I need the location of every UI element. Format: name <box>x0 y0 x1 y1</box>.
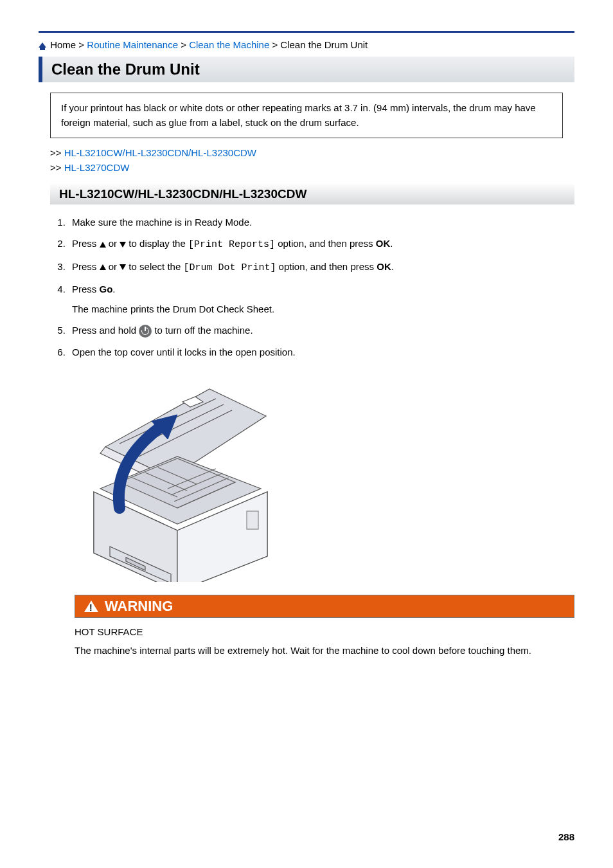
steps-list: Make sure the machine is in Ready Mode. … <box>50 215 574 359</box>
step-2-text-e: . <box>390 238 393 249</box>
step-4: Press Go. The machine prints the Drum Do… <box>68 282 574 317</box>
top-rule <box>39 31 574 33</box>
down-arrow-icon <box>120 242 126 248</box>
breadcrumb-home[interactable]: Home <box>50 39 76 50</box>
step-2-code: [Print Reports] <box>188 239 275 250</box>
step-2-text-b: or <box>106 238 120 249</box>
step-5-text-a: Press and hold <box>72 325 139 336</box>
step-6-text: Open the top cover until it locks in the… <box>72 347 296 357</box>
breadcrumb: Home > Routine Maintenance > Clean the M… <box>39 39 574 50</box>
step-1: Make sure the machine is in Ready Mode. <box>68 215 574 230</box>
warning-bar: WARNING <box>75 595 574 618</box>
link-prefix: >> <box>50 162 64 173</box>
model-link-2[interactable]: HL-L3270CDW <box>64 162 130 173</box>
step-3-text-c: to select the <box>126 261 183 272</box>
step-2: Press or to display the [Print Reports] … <box>68 236 574 252</box>
page-number: 288 <box>558 831 574 842</box>
step-5: Press and hold to turn off the machine. <box>68 323 574 338</box>
up-arrow-icon <box>100 264 106 270</box>
step-4-sub: The machine prints the Drum Dot Check Sh… <box>72 302 574 316</box>
model-link-1[interactable]: HL-L3210CW/HL-L3230CDN/HL-L3230CDW <box>64 147 256 158</box>
step-3-text-d: option, and then press <box>276 261 377 272</box>
ok-label: OK <box>377 261 391 272</box>
step-3: Press or to select the [Drum Dot Print] … <box>68 259 574 275</box>
page-title: Clean the Drum Unit <box>51 60 565 78</box>
warning-body: HOT SURFACE The machine's internal parts… <box>75 624 574 658</box>
step-4-text-a: Press <box>72 284 100 294</box>
model-quick-links: >> HL-L3210CW/HL-L3230CDN/HL-L3230CDW >>… <box>50 146 574 175</box>
warning-label: WARNING <box>105 598 173 615</box>
step-3-text-b: or <box>106 261 120 272</box>
step-2-text-a: Press <box>72 238 100 249</box>
breadcrumb-sep: > <box>178 39 189 50</box>
step-3-text-e: . <box>391 261 394 272</box>
section-header: HL-L3210CW/HL-L3230CDN/HL-L3230CDW <box>50 184 574 204</box>
page-title-bar: Clean the Drum Unit <box>39 57 574 82</box>
note-box: If your printout has black or white dots… <box>50 93 563 138</box>
breadcrumb-clean-machine[interactable]: Clean the Machine <box>189 39 269 50</box>
svg-rect-20 <box>247 511 258 529</box>
step-3-code: [Drum Dot Print] <box>183 262 276 273</box>
step-5-text-b: to turn off the machine. <box>152 325 253 336</box>
step-6: Open the top cover until it locks in the… <box>68 345 574 359</box>
down-arrow-icon <box>120 264 126 270</box>
note-text: If your printout has black or white dots… <box>61 102 536 128</box>
link-prefix: >> <box>50 147 64 158</box>
step-4-text-b: . <box>112 284 115 294</box>
up-arrow-icon <box>100 242 106 248</box>
home-icon <box>39 42 46 48</box>
warning-triangle-icon <box>84 601 98 612</box>
go-label: Go <box>100 284 113 294</box>
breadcrumb-sep: > <box>76 39 87 50</box>
step-3-text-a: Press <box>72 261 100 272</box>
breadcrumb-routine[interactable]: Routine Maintenance <box>87 39 178 50</box>
step-1-text: Make sure the machine is in Ready Mode. <box>72 217 252 228</box>
warning-text: The machine's internal parts will be ext… <box>75 643 574 658</box>
printer-open-cover-diagram <box>75 370 274 582</box>
ok-label: OK <box>376 238 391 249</box>
breadcrumb-current: Clean the Drum Unit <box>280 39 368 50</box>
step-2-text-c: to display the <box>126 238 188 249</box>
hot-surface-label: HOT SURFACE <box>75 624 574 639</box>
power-icon <box>139 325 152 338</box>
step-2-text-d: option, and then press <box>275 238 376 249</box>
breadcrumb-sep: > <box>269 39 280 50</box>
